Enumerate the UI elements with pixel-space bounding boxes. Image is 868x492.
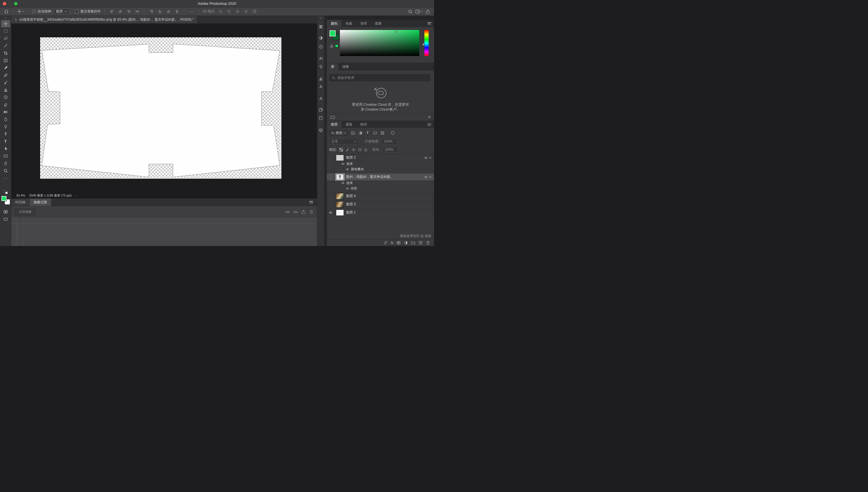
gamut-color-chip[interactable] [335,44,338,48]
adjustments-panel-icon[interactable] [318,35,323,41]
character-panel-icon[interactable] [318,56,323,61]
new-group-icon[interactable] [411,241,415,245]
tool-brush[interactable] [1,79,10,86]
3d-slide-button[interactable] [242,8,249,15]
tool-zoom[interactable] [1,167,10,174]
tool-move[interactable] [1,20,10,27]
effect-visibility-icon[interactable] [341,182,345,184]
filter-adjustment-layers-icon[interactable] [358,130,363,136]
distribute-v-button[interactable] [174,8,180,15]
tab-timeline[interactable]: 时间轴 [11,198,30,206]
tool-eraser[interactable] [1,101,10,108]
tool-dodge[interactable] [1,123,10,130]
tool-preset-move[interactable] [17,8,25,15]
tab-patterns[interactable]: 图案 [371,20,386,27]
auto-select-checkbox[interactable]: ✓ [32,9,36,13]
auto-select-dropdown[interactable]: 图层 [54,8,69,15]
layer-visibility-toggle[interactable] [327,209,334,216]
text-layer-thumbnail[interactable]: T [336,174,344,180]
lock-artboard-icon[interactable] [358,148,362,152]
clone-source-panel-icon[interactable] [318,76,323,81]
layer-thumbnail[interactable] [336,155,344,161]
layer-filter-dropdown[interactable]: 类型 [329,130,348,136]
tab-channels[interactable]: 通道 [342,121,356,128]
effect-row[interactable]: 颜色叠加 [327,167,434,172]
tab-adjustments[interactable]: 调整 [338,63,353,70]
tab-gradients[interactable]: 渐变 [356,20,371,27]
paragraph-panel-icon[interactable] [318,65,323,69]
character-styles-panel-icon[interactable] [318,84,323,89]
tool-object-selection[interactable] [1,42,10,49]
tool-marquee[interactable] [1,27,10,35]
lock-position-icon[interactable] [352,148,356,152]
share-image-button[interactable] [424,8,431,15]
distribute-h-button[interactable] [134,8,140,15]
tool-rectangle[interactable] [1,152,10,160]
tool-frame[interactable] [1,57,10,64]
align-bottom-button[interactable] [165,8,172,15]
layer-row[interactable]: 图层 2 fx [327,154,434,161]
tool-gradient[interactable] [1,108,10,116]
3d-orbit-button[interactable] [217,8,224,15]
3d-pan-button[interactable] [234,8,241,15]
layer-fx-badge[interactable]: fx [425,156,427,159]
document-canvas[interactable] [40,37,282,179]
align-right-button[interactable] [125,8,132,15]
tool-more-ellipsis[interactable]: ··· [1,174,10,182]
panel-foreground-swatch[interactable] [329,30,336,37]
layer-row[interactable]: 图层 3 [327,200,434,208]
tab-libraries[interactable]: 库 [327,63,338,70]
layers-panel-menu-icon[interactable] [427,123,431,126]
tool-lasso[interactable] [1,35,10,42]
measurement-log-table[interactable] [11,218,317,246]
tool-clone-stamp[interactable] [1,86,10,94]
zoom-level[interactable]: 83.4% [17,194,25,197]
foreground-color-swatch[interactable] [1,196,7,201]
tab-layers[interactable]: 图层 [327,121,342,128]
align-left-button[interactable] [108,8,115,15]
opacity-dropdown[interactable]: 100% [382,139,397,144]
delete-layer-icon[interactable] [426,241,430,245]
layer-visibility-toggle[interactable] [327,201,334,208]
filter-smart-objects-icon[interactable] [380,130,385,136]
tab-close-icon[interactable]: × [15,18,17,22]
home-button[interactable] [3,8,9,15]
collapse-effects-icon[interactable] [429,176,431,178]
effect-visibility-icon[interactable] [346,168,349,171]
layer-thumbnail[interactable] [336,210,344,216]
filter-toggle[interactable] [391,131,394,134]
new-adjustment-layer-icon[interactable] [404,241,408,245]
add-library-button[interactable]: + [428,115,430,120]
libraries-panel-icon[interactable] [318,24,323,29]
toolbar-collapse-icon[interactable]: » [0,16,11,20]
gamut-warning-icon[interactable] [330,44,334,48]
hue-slider-marker[interactable] [422,43,424,46]
info-panel-icon[interactable] [318,44,323,49]
measurement-delete-icon[interactable] [309,210,314,214]
record-measurement-button[interactable]: 记录测量 [15,209,35,216]
panel-strip-collapse-icon[interactable]: « [317,16,324,20]
layer-row[interactable]: 图层 1 [327,209,434,216]
effect-row[interactable]: 投影 [327,186,434,191]
lock-all-icon[interactable] [364,148,367,152]
canvas-pasteboard[interactable] [11,23,317,192]
traffic-close-button[interactable] [3,2,6,5]
3d-roll-button[interactable] [226,8,232,15]
tool-crop[interactable] [1,49,10,57]
align-middle-v-button[interactable] [157,8,163,15]
lock-transparency-icon[interactable] [339,148,343,152]
library-search-box[interactable] [329,74,430,81]
align-more-options-button[interactable]: ··· [188,8,195,15]
layer-comps-panel-icon[interactable] [318,107,323,112]
tool-path-selection[interactable] [1,145,10,152]
effects-header-row[interactable]: 效果 [327,161,434,167]
blend-mode-dropdown[interactable]: 正常 [329,139,359,144]
tab-color[interactable]: 颜色 [327,20,342,27]
align-center-h-button[interactable] [117,8,124,15]
effect-visibility-icon[interactable] [346,187,349,190]
layer-thumbnail[interactable] [336,201,344,207]
tool-type[interactable]: T [1,138,10,145]
collapse-effects-icon[interactable] [429,157,431,158]
measurement-scale-icon[interactable] [285,210,290,214]
tool-spot-healing[interactable] [1,72,10,79]
